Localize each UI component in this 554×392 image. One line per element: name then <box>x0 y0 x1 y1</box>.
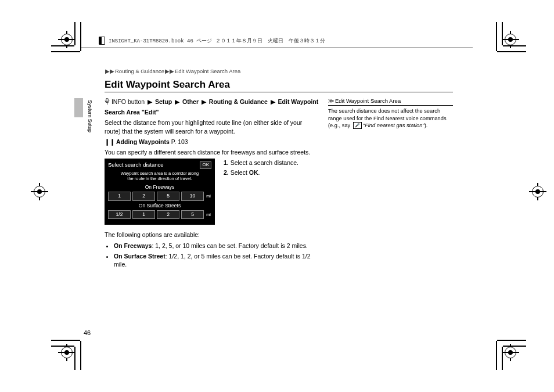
surface-options: 1/2 1 2 5 mi <box>108 210 211 219</box>
svg-rect-0 <box>106 98 108 102</box>
unit-label: mi <box>206 193 211 199</box>
freeway-options: 1 2 5 10 mi <box>108 192 211 200</box>
options-intro: The following options are available: <box>105 231 319 239</box>
breadcrumb-sep-icon: ▶▶ <box>105 68 114 74</box>
chevron-right-icon: ▶ <box>175 98 179 105</box>
path-step: Routing & Guidance <box>209 98 268 105</box>
sidebar-body: The search distance does not affect the … <box>328 107 453 130</box>
main-column: INFO button ▶ Setup ▶ Other ▶ Routing & … <box>105 98 319 271</box>
path-step: Other <box>182 98 199 105</box>
xref-page: P. 103 <box>171 138 188 145</box>
device-ok-button: OK <box>200 161 211 169</box>
breadcrumb: ▶▶Routing & Guidance▶▶Edit Waypoint Sear… <box>105 68 240 74</box>
voice-icon <box>105 98 110 105</box>
page-number: 46 <box>84 329 91 336</box>
intro-paragraph: Select the distance from your highlighte… <box>105 118 319 135</box>
options-list: On Freeways: 1, 2, 5, or 10 miles can be… <box>105 242 319 269</box>
step-number: 1. <box>224 159 229 166</box>
registration-mark-icon <box>31 183 48 200</box>
page-title: Edit Waypoint Search Area <box>105 79 453 92</box>
device-subtitle: the route in the direction of travel. <box>108 176 211 181</box>
sidebar-text: ). <box>425 123 428 128</box>
step-text: . <box>258 169 260 176</box>
device-subtitle: Waypoint search area is a corridor along <box>108 171 211 176</box>
option-label: On Freeways <box>114 242 152 249</box>
sidebar-note: ≫Edit Waypoint Search Area The search di… <box>328 98 453 130</box>
distance-option: 1 <box>108 192 131 200</box>
list-item: On Surface Street: 1/2, 1, 2, or 5 miles… <box>114 252 319 268</box>
spec-line: You can specify a different search dista… <box>105 148 319 156</box>
step-1: 1. Select a search distance. <box>224 159 298 167</box>
path-step: Setup <box>155 98 172 105</box>
step-text: Select <box>231 169 249 176</box>
section-label: System Setup <box>87 100 93 132</box>
distance-option: 1 <box>132 210 155 219</box>
sidebar-title-text: Edit Waypoint Search Area <box>335 98 401 104</box>
breadcrumb-sep-icon: ▶▶ <box>165 68 174 74</box>
link-icon: ❙❙ <box>105 138 115 145</box>
device-screenshot: Select search distance OK Waypoint searc… <box>105 159 215 225</box>
sidebar-title: ≫Edit Waypoint Search Area <box>328 98 453 106</box>
path-pre: INFO button <box>111 98 145 105</box>
path-step: Search Area "Edit" <box>105 109 159 116</box>
distance-option: 5 <box>157 192 179 200</box>
step-strong: OK <box>249 169 258 176</box>
header-file-info: INSIGHT_KA-31TM8820.book 46 ページ ２０１１年８月９… <box>99 37 325 45</box>
distance-option: 10 <box>181 192 204 200</box>
chevron-right-icon: ▶ <box>148 98 152 105</box>
option-text: : 1, 2, 5, or 10 miles can be set. Facto… <box>152 242 307 249</box>
list-item: On Freeways: 1, 2, 5, or 10 miles can be… <box>114 242 319 250</box>
unit-label: mi <box>206 212 211 217</box>
distance-option: 2 <box>132 192 155 200</box>
chevron-right-icon: ▶ <box>271 98 275 105</box>
chevron-right-icon: ▶ <box>202 98 206 105</box>
distance-option: 1/2 <box>108 210 131 219</box>
option-label: On Surface Street <box>114 253 166 260</box>
path-step: Edit Waypoint <box>278 98 319 105</box>
sidebar-quote: "Find nearest gas station" <box>363 123 425 128</box>
navigation-path-line2: Search Area "Edit" <box>105 108 319 116</box>
double-chevron-icon: ≫ <box>328 98 334 104</box>
step-number: 2. <box>224 169 229 176</box>
distance-option: 2 <box>157 210 179 219</box>
breadcrumb-item: Routing & Guidance <box>115 68 164 74</box>
navigation-path: INFO button ▶ Setup ▶ Other ▶ Routing & … <box>105 98 319 106</box>
book-icon <box>99 37 105 45</box>
device-group-label: On Freeways <box>108 184 211 190</box>
side-tab <box>74 98 83 117</box>
instruction-steps: 1. Select a search distance. 2. Select O… <box>224 159 298 225</box>
device-title: Select search distance <box>108 161 164 169</box>
registration-mark-icon <box>529 183 546 200</box>
distance-option: 5 <box>181 210 204 219</box>
header-rule <box>81 48 473 48</box>
step-text: Select a search distance. <box>231 159 298 166</box>
step-2: 2. Select OK. <box>224 168 298 177</box>
xref-label: Adding Waypoints <box>116 138 170 145</box>
voice-command-icon: 🎤 <box>353 122 362 128</box>
device-group-label: On Surface Streets <box>108 203 211 209</box>
header-file-text: INSIGHT_KA-31TM8820.book 46 ページ ２０１１年８月９… <box>109 37 325 45</box>
cross-reference: ❙❙Adding Waypoints P. 103 <box>105 138 319 146</box>
breadcrumb-item: Edit Waypoint Search Area <box>175 68 240 74</box>
